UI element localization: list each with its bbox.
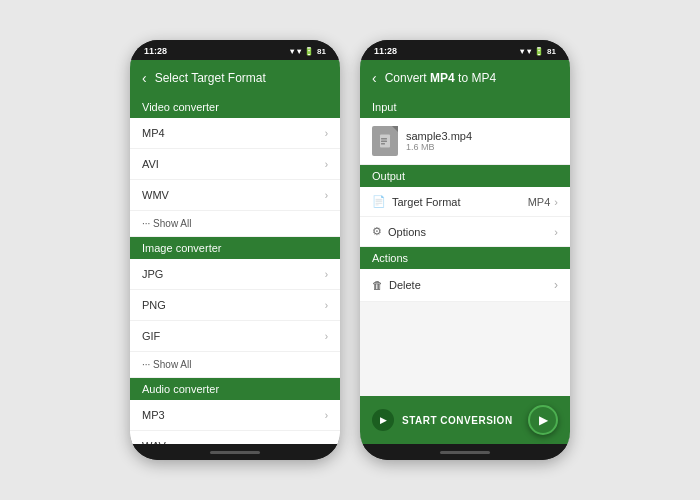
left-phone: 11:28 ▾ ▾ 🔋 81 ‹ Select Target Format Vi… <box>130 40 340 460</box>
format-label: GIF <box>142 330 160 342</box>
right-phone-content: ‹ Convert MP4 to MP4 Input <box>360 60 570 444</box>
options-label: Options <box>388 226 426 238</box>
right-time: 11:28 <box>374 46 397 56</box>
right-top-bar: ‹ Convert MP4 to MP4 <box>360 60 570 96</box>
home-indicator <box>210 451 260 454</box>
chevron-icon: › <box>325 410 328 421</box>
input-file-row: sample3.mp4 1.6 MB <box>360 118 570 165</box>
target-format-value: MP4 <box>528 196 551 208</box>
chevron-icon: › <box>554 278 558 292</box>
right-screen-title: Convert MP4 to MP4 <box>385 71 496 85</box>
chevron-icon: › <box>554 196 558 208</box>
signal-icon: ▾ <box>290 47 294 56</box>
wifi-icon: ▾ <box>527 47 531 56</box>
output-section-header: Output <box>360 165 570 187</box>
home-indicator <box>440 451 490 454</box>
left-status-bar: 11:28 ▾ ▾ 🔋 81 <box>130 40 340 60</box>
list-item[interactable]: PNG › <box>130 290 340 321</box>
chevron-icon: › <box>325 128 328 139</box>
image-section-header: Image converter <box>130 237 340 259</box>
left-back-button[interactable]: ‹ <box>142 70 147 86</box>
options-gear-icon: ⚙ <box>372 225 382 238</box>
right-scroll-area: Input sample3.mp4 1.6 MB <box>360 96 570 396</box>
target-format-label: Target Format <box>392 196 460 208</box>
left-phone-bottom <box>130 444 340 460</box>
delete-action-row[interactable]: 🗑 Delete › <box>360 269 570 302</box>
left-time: 11:28 <box>144 46 167 56</box>
delete-label: Delete <box>389 279 421 291</box>
battery-icon: 🔋 <box>304 47 314 56</box>
right-status-bar: 11:28 ▾ ▾ 🔋 81 <box>360 40 570 60</box>
options-row[interactable]: ⚙ Options › <box>360 217 570 247</box>
list-item[interactable]: WAV › <box>130 431 340 444</box>
chevron-icon: › <box>325 159 328 170</box>
wifi-icon: ▾ <box>297 47 301 56</box>
video-section-header: Video converter <box>130 96 340 118</box>
actions-section-header: Actions <box>360 247 570 269</box>
options-left: ⚙ Options <box>372 225 426 238</box>
signal-icon: ▾ <box>520 47 524 56</box>
format-label: JPG <box>142 268 163 280</box>
list-item[interactable]: WMV › <box>130 180 340 211</box>
target-format-left: 📄 Target Format <box>372 195 460 208</box>
svg-rect-2 <box>381 141 387 143</box>
list-item[interactable]: MP4 › <box>130 118 340 149</box>
battery-icon: 🔋 <box>534 47 544 56</box>
target-format-row[interactable]: 📄 Target Format MP4 › <box>360 187 570 217</box>
list-item[interactable]: GIF › <box>130 321 340 352</box>
list-item[interactable]: JPG › <box>130 259 340 290</box>
left-phone-content: ‹ Select Target Format Video converter M… <box>130 60 340 444</box>
chevron-icon: › <box>325 300 328 311</box>
list-item[interactable]: AVI › <box>130 149 340 180</box>
image-show-all[interactable]: ··· Show All <box>130 352 340 378</box>
right-phone-bottom <box>360 444 570 460</box>
left-scroll-area: Video converter MP4 › AVI › WMV › ··· Sh… <box>130 96 340 444</box>
battery-value: 81 <box>547 47 556 56</box>
file-icon <box>372 126 398 156</box>
audio-section-header: Audio converter <box>130 378 340 400</box>
float-play-button[interactable]: ▶ <box>528 405 558 435</box>
chevron-icon: › <box>325 331 328 342</box>
float-play-icon: ▶ <box>539 413 548 427</box>
format-label: MP3 <box>142 409 165 421</box>
delete-icon: 🗑 <box>372 279 383 291</box>
screen-wrapper: 11:28 ▾ ▾ 🔋 81 ‹ Select Target Format Vi… <box>120 30 580 470</box>
left-status-icons: ▾ ▾ 🔋 81 <box>290 47 326 56</box>
left-screen-title: Select Target Format <box>155 71 266 85</box>
video-show-all[interactable]: ··· Show All <box>130 211 340 237</box>
svg-rect-3 <box>381 143 385 145</box>
format-label: MP4 <box>142 127 165 139</box>
target-format-right: MP4 › <box>528 196 558 208</box>
format-label: WMV <box>142 189 169 201</box>
file-name: sample3.mp4 <box>406 130 472 142</box>
chevron-icon: › <box>325 190 328 201</box>
format-label: AVI <box>142 158 159 170</box>
chevron-icon: › <box>325 269 328 280</box>
delete-left: 🗑 Delete <box>372 279 421 291</box>
file-size: 1.6 MB <box>406 142 472 152</box>
options-right: › <box>554 226 558 238</box>
file-format-icon: 📄 <box>372 195 386 208</box>
play-left-icon: ▶ <box>380 415 387 425</box>
start-conversion-label: START CONVERSION <box>402 415 513 426</box>
right-phone: 11:28 ▾ ▾ 🔋 81 ‹ Convert MP4 to MP4 Inpu… <box>360 40 570 460</box>
list-item[interactable]: MP3 › <box>130 400 340 431</box>
right-back-button[interactable]: ‹ <box>372 70 377 86</box>
chevron-icon: › <box>554 226 558 238</box>
battery-value: 81 <box>317 47 326 56</box>
left-top-bar: ‹ Select Target Format <box>130 60 340 96</box>
svg-rect-1 <box>381 138 387 140</box>
right-status-icons: ▾ ▾ 🔋 81 <box>520 47 556 56</box>
input-section-header: Input <box>360 96 570 118</box>
format-label: PNG <box>142 299 166 311</box>
start-conversion-bar[interactable]: ▶ START CONVERSION ▶ <box>360 396 570 444</box>
file-info: sample3.mp4 1.6 MB <box>406 130 472 152</box>
start-play-left-btn[interactable]: ▶ <box>372 409 394 431</box>
